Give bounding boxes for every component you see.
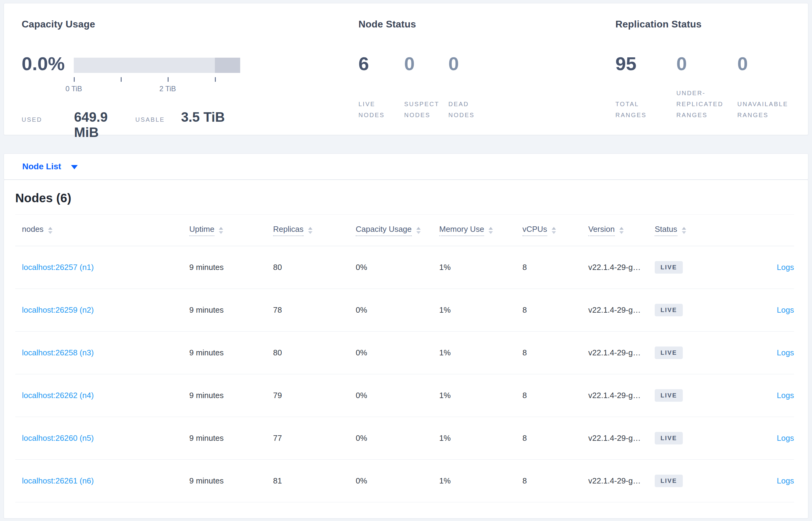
sort-icon [219, 227, 223, 234]
status-badge: LIVE [655, 346, 683, 359]
axis-tick-label: 2 TiB [160, 85, 176, 93]
replicas-cell: 81 [273, 476, 356, 485]
sort-icon [416, 227, 421, 234]
vcpus-cell: 8 [522, 391, 588, 400]
capacity-used-usable-row: USED 649.9 MiB USABLE 3.5 TiB [22, 110, 225, 140]
nodes-table-card: Nodes (6) nodes Uptime Replicas Capacity… [4, 180, 808, 519]
column-header-status[interactable]: Status [655, 225, 731, 236]
uptime-cell: 9 minutes [189, 433, 273, 443]
nodes-table-title: Nodes (6) [15, 191, 793, 205]
column-header-uptime[interactable]: Uptime [189, 225, 273, 236]
sort-icon [619, 227, 624, 234]
dead-nodes-value: 0 [448, 54, 497, 74]
logs-link[interactable]: Logs [777, 433, 794, 443]
node-address-link[interactable]: localhost:26258 (n3) [22, 348, 94, 357]
version-cell: v22.1.4-29-g… [588, 305, 655, 315]
live-nodes-value: 6 [358, 54, 404, 74]
table-row: localhost:26261 (n6) 9 minutes 81 0% 1% … [15, 460, 794, 502]
status-badge: LIVE [655, 389, 683, 402]
vcpus-cell: 8 [522, 476, 588, 485]
suspect-nodes-value: 0 [404, 54, 448, 74]
column-header-version[interactable]: Version [588, 225, 655, 236]
table-row: localhost:26257 (n1) 9 minutes 80 0% 1% … [15, 246, 794, 289]
logs-link[interactable]: Logs [777, 263, 794, 272]
column-header-label: Uptime [189, 225, 214, 236]
capacity-bar-chart: 0 TiB 2 TiB [74, 58, 240, 93]
column-header-memory-use[interactable]: Memory Use [439, 225, 522, 236]
node-address-link[interactable]: localhost:26259 (n2) [22, 305, 94, 315]
replicas-cell: 78 [273, 305, 356, 315]
total-ranges-stat: 95 TOTAL RANGES [615, 54, 676, 135]
replicas-cell: 79 [273, 391, 356, 400]
usable-label: USABLE [135, 116, 181, 123]
capacity-usage-cell: 0% [356, 305, 439, 315]
logs-link[interactable]: Logs [777, 391, 794, 400]
total-ranges-label: TOTAL RANGES [615, 98, 670, 120]
status-badge: LIVE [655, 304, 683, 316]
used-value: 649.9 MiB [74, 110, 135, 140]
capacity-percent-value: 0.0% [22, 54, 74, 74]
live-nodes-label: LIVE NODES [358, 98, 404, 120]
capacity-axis-ticks [74, 77, 240, 82]
memory-use-cell: 1% [439, 348, 522, 358]
table-row: localhost:26260 (n5) 9 minutes 77 0% 1% … [15, 417, 794, 460]
replicas-cell: 80 [273, 348, 356, 358]
axis-tick [215, 77, 216, 82]
under-replicated-ranges-label: UNDER-REPLICATED RANGES [676, 88, 736, 120]
logs-link[interactable]: Logs [777, 476, 794, 485]
memory-use-cell: 1% [439, 263, 522, 272]
status-badge: LIVE [655, 475, 683, 487]
column-header-replicas[interactable]: Replicas [273, 225, 356, 236]
column-header-vcpus[interactable]: vCPUs [522, 225, 588, 236]
chevron-down-icon [71, 165, 78, 169]
node-status-stats: 6 LIVE NODES 0 SUSPECT NODES 0 DEAD NODE… [358, 54, 497, 135]
logs-link[interactable]: Logs [777, 348, 794, 357]
vcpus-cell: 8 [522, 263, 588, 272]
capacity-usage-cell: 0% [356, 433, 439, 443]
logs-link[interactable]: Logs [777, 305, 794, 315]
memory-use-cell: 1% [439, 305, 522, 315]
node-address-link[interactable]: localhost:26257 (n1) [22, 263, 94, 272]
uptime-cell: 9 minutes [189, 263, 273, 272]
column-header-label: Status [655, 225, 677, 236]
replication-status-stats: 95 TOTAL RANGES 0 UNDER-REPLICATED RANGE… [615, 54, 812, 135]
uptime-cell: 9 minutes [189, 305, 273, 315]
view-selector-card: Node List [4, 154, 808, 180]
live-nodes-stat: 6 LIVE NODES [358, 54, 404, 135]
dead-nodes-stat: 0 DEAD NODES [448, 54, 497, 135]
under-replicated-ranges-value: 0 [676, 54, 737, 74]
node-list-dropdown[interactable]: Node List [22, 162, 78, 172]
column-header-nodes[interactable]: nodes [15, 225, 189, 236]
capacity-usage-cell: 0% [356, 476, 439, 485]
node-address-link[interactable]: localhost:26260 (n5) [22, 433, 94, 443]
uptime-cell: 9 minutes [189, 476, 273, 485]
status-badge: LIVE [655, 261, 683, 274]
version-cell: v22.1.4-29-g… [588, 433, 655, 443]
unavailable-ranges-value: 0 [737, 54, 812, 74]
column-header-label: nodes [22, 225, 44, 236]
capacity-axis-labels: 0 TiB 2 TiB [74, 85, 240, 93]
uptime-cell: 9 minutes [189, 391, 273, 400]
usable-value: 3.5 TiB [181, 110, 225, 125]
capacity-bar [74, 58, 240, 73]
column-header-label: Replicas [273, 225, 304, 236]
nodes-table: nodes Uptime Replicas Capacity Usage Mem… [15, 214, 794, 502]
capacity-usage-title: Capacity Usage [22, 19, 95, 30]
version-cell: v22.1.4-29-g… [588, 263, 655, 272]
capacity-usage-chart-row: 0.0% 0 TiB 2 TiB [22, 54, 240, 93]
vcpus-cell: 8 [522, 348, 588, 358]
axis-tick [168, 77, 169, 82]
table-row: localhost:26262 (n4) 9 minutes 79 0% 1% … [15, 374, 794, 417]
table-row: localhost:26258 (n3) 9 minutes 80 0% 1% … [15, 332, 794, 374]
dead-nodes-label: DEAD NODES [448, 98, 497, 120]
under-replicated-ranges-stat: 0 UNDER-REPLICATED RANGES [676, 54, 737, 135]
used-label: USED [22, 116, 74, 123]
column-header-capacity-usage[interactable]: Capacity Usage [356, 225, 439, 236]
vcpus-cell: 8 [522, 433, 588, 443]
table-row: localhost:26259 (n2) 9 minutes 78 0% 1% … [15, 289, 794, 332]
column-header-label: Version [588, 225, 615, 236]
node-address-link[interactable]: localhost:26261 (n6) [22, 476, 94, 485]
node-address-link[interactable]: localhost:26262 (n4) [22, 391, 94, 400]
replicas-cell: 80 [273, 263, 356, 272]
axis-tick [74, 77, 75, 82]
